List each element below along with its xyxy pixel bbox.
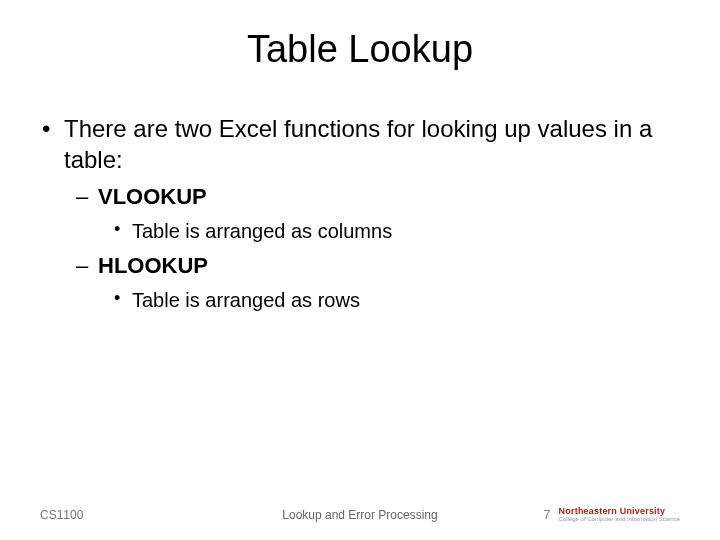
university-logo: Northeastern University College of Compu… <box>559 507 680 522</box>
slide-content: There are two Excel functions for lookin… <box>40 113 680 313</box>
logo-college-name: College of Computer and Information Scie… <box>559 516 680 522</box>
bullet-vlookup: VLOOKUP <box>40 183 680 212</box>
bullet-hlookup: HLOOKUP <box>40 252 680 281</box>
footer-right: 7 Northeastern University College of Com… <box>543 507 680 522</box>
logo-university-name: Northeastern University <box>559 507 680 516</box>
bullet-vlookup-desc: Table is arranged as columns <box>40 218 680 244</box>
page-number: 7 <box>543 507 550 522</box>
slide-footer: CS1100 Lookup and Error Processing 7 Nor… <box>0 507 720 522</box>
bullet-hlookup-desc: Table is arranged as rows <box>40 287 680 313</box>
slide: Table Lookup There are two Excel functio… <box>0 0 720 540</box>
footer-course: CS1100 <box>40 508 83 522</box>
bullet-main: There are two Excel functions for lookin… <box>40 113 680 175</box>
slide-title: Table Lookup <box>40 28 680 71</box>
footer-topic: Lookup and Error Processing <box>282 508 437 522</box>
